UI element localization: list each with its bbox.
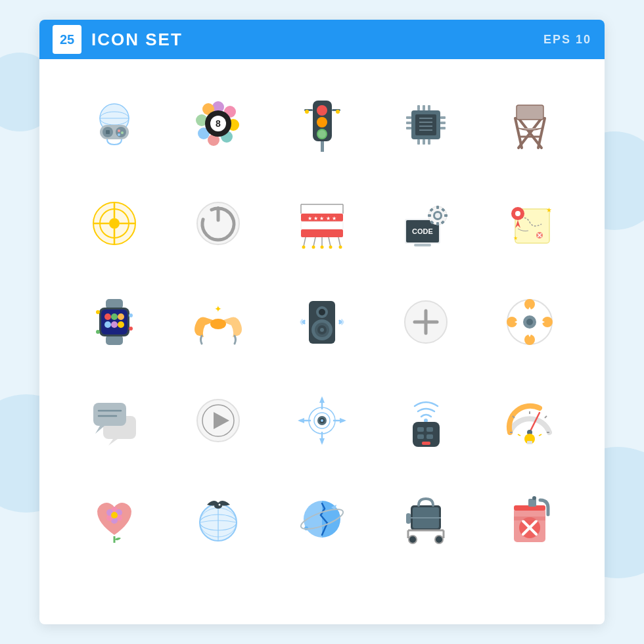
svg-rect-90 — [436, 222, 439, 225]
svg-rect-92 — [444, 214, 448, 217]
svg-rect-169 — [426, 434, 433, 439]
svg-point-113 — [111, 321, 118, 328]
icon-handshake: ✦ — [189, 292, 248, 352]
svg-line-76 — [338, 237, 340, 246]
icon-director-chair — [500, 95, 559, 154]
svg-point-30 — [336, 110, 340, 114]
svg-point-112 — [104, 321, 111, 328]
svg-text:CODE: CODE — [412, 227, 433, 235]
header-bar: 25 ICON SET EPS 10 — [39, 20, 605, 59]
svg-marker-156 — [298, 418, 304, 423]
icon-add-circle — [396, 292, 455, 352]
icon-cell-broken-planet — [273, 473, 371, 565]
svg-rect-42 — [428, 139, 430, 145]
svg-point-118 — [129, 313, 133, 317]
svg-point-88 — [435, 213, 440, 218]
svg-text:✦: ✦ — [214, 304, 222, 314]
icon-cell-lightbulb-gauge — [481, 375, 578, 467]
icon-cell-speaker — [273, 276, 371, 368]
icon-cpu-chip — [396, 95, 455, 154]
icon-cell-play-circle — [170, 375, 267, 467]
svg-point-24 — [317, 117, 327, 127]
svg-rect-48 — [440, 127, 446, 129]
svg-point-123 — [319, 309, 325, 315]
svg-rect-89 — [436, 206, 439, 209]
svg-marker-154 — [319, 438, 325, 445]
icon-cell-globe-bird — [170, 473, 267, 565]
svg-rect-66 — [301, 221, 343, 229]
icon-globe-bird — [189, 490, 248, 549]
svg-rect-45 — [406, 127, 411, 129]
icon-cell-heart-flower — [66, 473, 163, 565]
icon-cell-smartwatch — [66, 276, 163, 368]
icon-map-pin: ★ ★ — [500, 194, 559, 253]
svg-point-189 — [111, 512, 118, 518]
svg-point-77 — [302, 245, 306, 248]
icon-play-circle — [189, 391, 248, 450]
svg-point-58 — [109, 218, 120, 229]
icon-cell-eight-ball: 8 — [170, 79, 267, 171]
svg-rect-38 — [423, 105, 425, 110]
svg-rect-55 — [517, 105, 543, 120]
svg-point-111 — [118, 313, 124, 320]
icon-cell-traffic-light — [273, 79, 371, 171]
icon-target-arrows — [292, 391, 352, 450]
svg-point-163 — [321, 419, 323, 422]
icon-fuel-can — [500, 490, 559, 549]
svg-point-8 — [121, 131, 124, 134]
svg-rect-210 — [406, 513, 411, 524]
svg-rect-91 — [428, 214, 431, 217]
svg-rect-37 — [417, 105, 420, 110]
svg-rect-39 — [428, 105, 430, 110]
icon-broken-planet — [292, 490, 352, 549]
svg-point-78 — [312, 245, 315, 248]
icon-cell-chat-bubbles — [66, 375, 163, 467]
icon-lightbulb-gauge — [500, 391, 559, 450]
main-card: 25 ICON SET EPS 10 — [39, 20, 605, 624]
svg-point-196 — [218, 503, 220, 505]
svg-rect-67 — [301, 229, 343, 237]
icon-cell-director-chair — [481, 79, 578, 171]
icon-traffic-light — [292, 95, 352, 154]
svg-rect-106 — [106, 335, 123, 345]
svg-rect-166 — [417, 427, 424, 432]
svg-rect-167 — [426, 427, 433, 432]
icon-cell-power-button — [170, 177, 267, 269]
svg-rect-32 — [415, 114, 436, 135]
svg-point-80 — [329, 245, 333, 248]
svg-rect-214 — [532, 496, 536, 500]
svg-line-72 — [304, 237, 306, 246]
icon-cell-fuel-can — [481, 473, 578, 565]
svg-point-79 — [321, 245, 324, 248]
icon-cell-crosshair — [66, 177, 163, 269]
svg-point-208 — [409, 536, 417, 543]
svg-marker-158 — [340, 418, 346, 423]
svg-rect-213 — [528, 499, 536, 507]
icon-heart-flower — [85, 490, 144, 549]
svg-rect-41 — [423, 139, 425, 145]
icon-luggage-cart — [396, 490, 455, 549]
svg-point-29 — [305, 110, 309, 114]
icon-banner-stars: ★ ★ ★ ★ ★ — [292, 194, 352, 253]
svg-text:8: 8 — [216, 118, 221, 129]
icon-cell-luggage-cart — [377, 473, 474, 565]
svg-rect-168 — [417, 434, 424, 439]
svg-rect-21 — [321, 140, 324, 152]
svg-rect-170 — [422, 442, 430, 445]
svg-rect-5 — [116, 127, 126, 137]
icons-grid: 8 — [39, 59, 605, 585]
icon-wifi-remote — [396, 391, 455, 450]
svg-point-209 — [435, 536, 443, 543]
svg-point-115 — [96, 310, 100, 314]
svg-line-174 — [545, 416, 547, 418]
icon-power-button — [189, 194, 248, 253]
svg-marker-152 — [319, 396, 325, 403]
svg-rect-6 — [106, 130, 110, 134]
icon-cell-joystick-circle — [481, 276, 578, 368]
icon-cell-map-pin: ★ ★ — [481, 177, 578, 269]
svg-point-102 — [515, 211, 520, 216]
icon-cell-cpu-chip — [377, 79, 474, 171]
svg-point-109 — [104, 313, 111, 320]
svg-point-119 — [210, 319, 226, 329]
svg-point-23 — [317, 105, 327, 116]
